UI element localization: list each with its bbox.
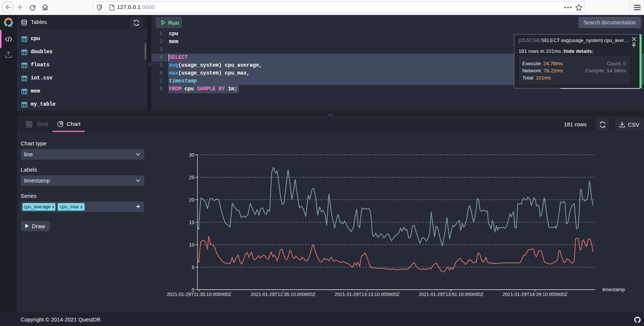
svg-text:20: 20 (189, 197, 194, 203)
svg-text:timestamp: timestamp (602, 287, 625, 292)
svg-text:2021-01-29T12:35:10.000000Z: 2021-01-29T12:35:10.000000Z (251, 292, 315, 297)
svg-text:30: 30 (189, 152, 194, 158)
svg-text:15: 15 (189, 220, 194, 225)
svg-text:2021-01-29T13:13:10.000000Z: 2021-01-29T13:13:10.000000Z (335, 292, 399, 297)
svg-text:2021-01-29T14:29:10.000000Z: 2021-01-29T14:29:10.000000Z (503, 292, 568, 297)
svg-text:2021-01-29T13:51:10.000000Z: 2021-01-29T13:51:10.000000Z (418, 292, 483, 297)
svg-text:10: 10 (189, 242, 194, 248)
svg-text:5: 5 (192, 265, 194, 270)
svg-text:2021-01-29T11:35:10.000000Z: 2021-01-29T11:35:10.000000Z (167, 292, 231, 297)
svg-text:25: 25 (189, 175, 194, 180)
